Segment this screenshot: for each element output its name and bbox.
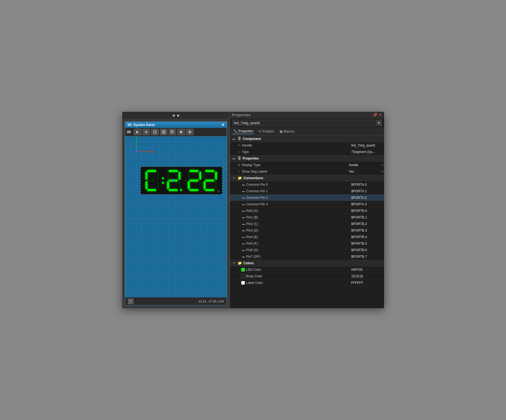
conn-pin-2-value: $PORTA.2 [351,196,384,200]
conn-pin3-d-icon: ▬ [241,229,246,232]
move-dot [173,179,175,182]
conn-pin-0-key: Common Pin 0 [246,183,351,187]
toolbar-move-button[interactable] [142,129,150,135]
conn-pin3-d-key: Pin3 (D) [246,229,351,232]
type-icon: — [236,150,242,153]
body-color-value: 1E1E1E [351,274,384,278]
system-panel-close-button[interactable]: ✕ [221,123,224,127]
toolbar-grid-button[interactable] [160,129,167,135]
system-panel-window: 3D: System Panel ✕ 3D [125,122,227,305]
properties-tab-label: Properties [238,129,253,133]
display-type-dropdown-arrow[interactable]: ▾ [382,163,384,166]
conn-pin5-f-key: Pin5 (F) [246,242,351,245]
seg-1-dp [180,189,182,191]
seg-0-f [146,172,147,179]
status-bar: ? -13.12, -17.30, 0.00 [125,297,227,305]
conn-pin0-a-icon: ▬ [241,209,246,212]
colon-lower-dot [162,182,164,184]
seg-2-c [199,181,201,189]
svg-rect-9 [162,130,163,132]
component-section-header[interactable]: ▬ 🗄 Component [230,136,384,142]
conn-pin7-dp-value: $PORTB.7 [351,255,384,259]
seg-3-d [205,189,214,191]
handle-dropdown[interactable]: ▾ [376,120,382,126]
connections-expand-icon[interactable]: ▾ [232,176,236,179]
tab-properties[interactable]: 🔧 Properties [232,129,255,134]
show-seg-labels-row: + Show Seg Labels Yes ▾ [230,168,384,175]
svg-point-15 [180,131,182,133]
led-color-row: LED Color 00FF00 [230,266,384,273]
show-seg-dropdown-arrow[interactable]: ▾ [382,170,384,173]
seg-2-a [190,170,198,172]
system-panel-title: 3D: System Panel [127,123,155,127]
svg-rect-12 [164,132,165,134]
toolbar-render-button[interactable] [177,129,185,135]
pin-icon[interactable]: 📌 [373,113,377,117]
tab-macros[interactable]: ▦ Macros [279,129,295,134]
conn-pin-3-icon: ▬ [241,203,246,206]
conn-pin1-b: ▬ Pin1 (B) $PORTB.1 [230,214,384,221]
seg-1-f [167,172,169,179]
component-expand-icon[interactable]: ▬ [232,137,236,140]
conn-pin-1-key: Common Pin 1 [246,189,351,193]
body-color-swatch [241,274,245,278]
help-button[interactable]: ? [128,299,133,304]
conn-pin3-d-value: $PORTB.3 [351,229,384,232]
handle-icon: ✏ [236,144,242,147]
seg-2-d [190,189,198,191]
toolbar-cube-button[interactable] [169,129,176,135]
colors-expand-icon[interactable]: ▾ [232,262,236,265]
nav-left-arrow[interactable]: ◀ [171,113,176,118]
properties-section-header[interactable]: ▬ 🗄 Properties [230,155,384,162]
display-type-row: ☰ Display Type Anode ▾ [230,162,384,168]
svg-rect-13 [171,131,173,133]
handle-row: ▾ [230,118,384,128]
conn-pin-1-icon: ▬ [241,190,246,193]
led-color-key: LED Color [246,268,351,272]
handle-input[interactable] [232,120,375,126]
toolbar-select-button[interactable] [134,129,141,135]
label-color-row: Label Color FFFFFF [230,280,384,286]
body-color-icon [241,274,246,278]
macros-tab-icon: ▦ [280,130,283,133]
seg-0-g [147,180,156,181]
canvas-area[interactable]: → [125,136,227,297]
svg-rect-17 [188,131,191,133]
toolbar-sphere-button[interactable] [151,129,159,135]
conn-pin5-f: ▬ Pin5 (F) $PORTB.5 [230,240,384,247]
y-axis [136,136,137,151]
conn-pin0-a-key: Pin0 (A) [246,209,351,213]
conn-common-pin-1: ▬ Common Pin 1 $PORTA.1 [230,188,384,194]
digit-1: → [167,170,181,191]
conn-pin5-f-icon: ▬ [241,242,246,245]
conn-pin-0-value: $PORTA.0 [351,183,384,187]
conn-pin7-dp-key: Pin7 (DP) [246,255,351,259]
conn-common-pin-3: ▬ Common Pin 3 $PORTA.3 [230,201,384,208]
position-tab-icon: ✛ [259,130,261,133]
colors-section-header[interactable]: ▾ 📁 Colors [230,260,384,266]
component-db-icon: 🗄 [238,137,241,141]
conn-pin2-c-icon: ▬ [241,222,246,225]
position-tab-label: Position [262,130,274,133]
conn-pin4-e-value: $PORTB.4 [351,235,384,239]
close-panel-icon[interactable]: ✕ [379,113,382,117]
connections-section-header[interactable]: ▾ 📁 Connections [230,175,384,181]
conn-pin-2-icon: ▬ [241,196,246,199]
tab-position[interactable]: ✛ Position [258,129,275,134]
svg-marker-5 [144,131,145,133]
conn-pin7-dp: ▬ Pin7 (DP) $PORTB.7 [230,253,384,260]
toolbar-box-button[interactable] [186,129,194,135]
seg-1-e [167,181,169,189]
body-color-row: Body Color 1E1E1E [230,273,384,280]
conn-folder-icon: 📁 [238,176,242,180]
conn-pin4-e-key: Pin4 (E) [246,235,351,239]
system-panel-titlebar: 3D: System Panel ✕ [125,122,227,128]
led-display: → [140,166,223,195]
seg-0-d [147,189,156,191]
resize-handle: ⊡ [217,190,220,193]
properties-expand-icon[interactable]: ▬ [232,157,236,160]
seg-3-a [205,170,214,172]
conn-pin6-g-key: Pin6 (G) [246,248,351,252]
show-seg-icon: + [236,170,242,173]
nav-right-arrow[interactable]: ▶ [176,113,181,118]
